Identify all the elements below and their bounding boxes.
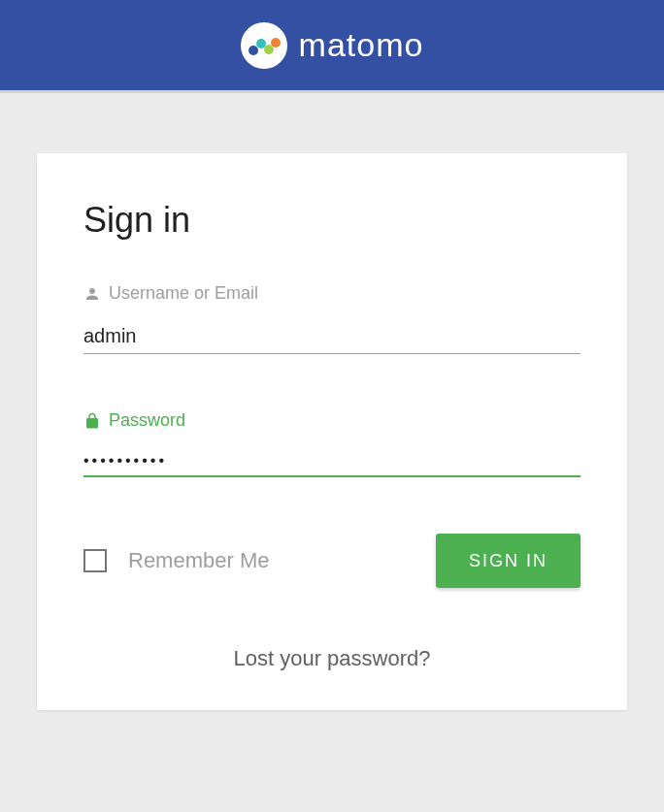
svg-point-0 [249, 46, 258, 55]
page-title: Sign in [83, 200, 581, 241]
password-input[interactable] [83, 446, 581, 477]
password-label-text: Password [109, 410, 185, 431]
password-label: Password [83, 410, 581, 431]
svg-point-3 [271, 38, 281, 48]
remember-checkbox[interactable] [83, 549, 107, 572]
actions-row: Remember Me SIGN IN [83, 534, 581, 588]
svg-point-1 [256, 39, 266, 49]
logo: matomo [241, 22, 424, 69]
header: matomo [0, 0, 664, 93]
username-field: Username or Email [83, 283, 581, 354]
lock-icon [83, 412, 101, 430]
signin-card: Sign in Username or Email Password Remem… [37, 153, 627, 710]
username-label-text: Username or Email [109, 283, 258, 304]
forgot-password-link[interactable]: Lost your password? [83, 646, 581, 671]
brand-text: matomo [299, 26, 424, 64]
remember-me[interactable]: Remember Me [83, 548, 269, 573]
user-icon [83, 285, 101, 303]
remember-label: Remember Me [128, 548, 269, 573]
password-field: Password [83, 410, 581, 477]
signin-button[interactable]: SIGN IN [436, 534, 581, 588]
logo-icon [241, 22, 287, 69]
username-label: Username or Email [83, 283, 581, 304]
username-input[interactable] [83, 319, 581, 354]
